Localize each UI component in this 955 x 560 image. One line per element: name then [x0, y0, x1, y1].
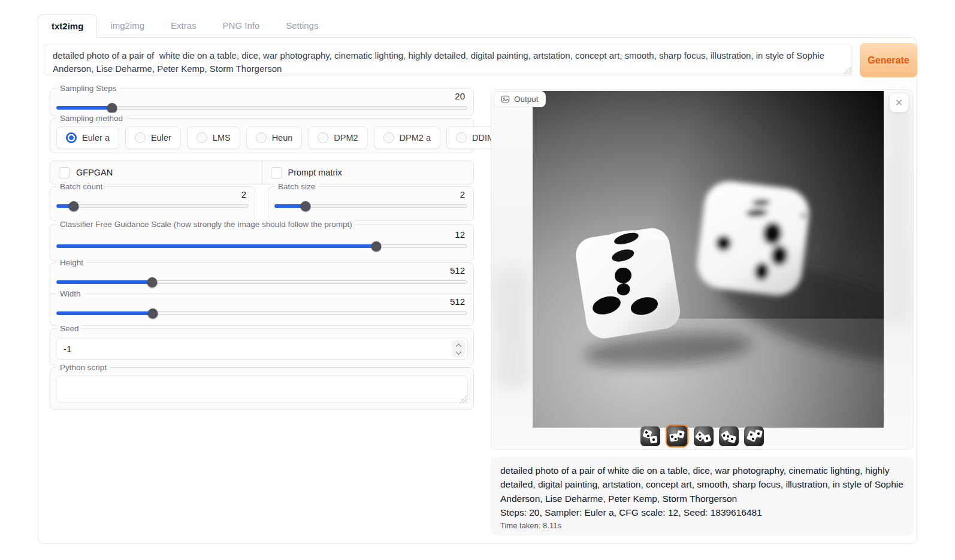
- output-label: Output: [514, 95, 539, 104]
- radio-label: Euler: [151, 133, 171, 143]
- die-graphic: [676, 430, 685, 439]
- gallery-thumbnail-4[interactable]: [719, 426, 739, 446]
- batch-size-slider[interactable]: [274, 201, 467, 211]
- slider-fill: [56, 106, 112, 110]
- slider-fill: [56, 311, 153, 315]
- die-graphic: [649, 435, 657, 443]
- close-icon: ✕: [895, 97, 903, 108]
- radio-icon: [256, 132, 267, 143]
- gallery-edge-blur: [883, 99, 912, 327]
- radio-euler-a[interactable]: Euler a: [56, 126, 119, 149]
- sampling-method-label: Sampling method: [56, 113, 126, 124]
- caption-time-taken: Time taken: 8.11s: [500, 521, 904, 530]
- checkbox-group: GFPGAN Prompt matrix: [50, 161, 474, 184]
- radio-selected-icon: [66, 132, 77, 143]
- caption-parameters: Steps: 20, Sampler: Euler a, CFG scale: …: [500, 505, 904, 519]
- slider-thumb[interactable]: [371, 241, 382, 252]
- gfpgan-checkbox[interactable]: [59, 167, 70, 178]
- sampling-steps-slider[interactable]: [56, 102, 467, 113]
- radio-icon: [197, 132, 207, 143]
- image-icon: [501, 95, 510, 104]
- tab-extras[interactable]: Extras: [158, 14, 210, 37]
- output-label-chip: Output: [494, 91, 546, 107]
- radio-icon: [456, 132, 467, 143]
- tab-png-info[interactable]: PNG Info: [210, 14, 273, 37]
- slider-thumb[interactable]: [69, 201, 79, 211]
- radio-lms[interactable]: LMS: [187, 126, 240, 149]
- seed-input[interactable]: [56, 344, 452, 354]
- radio-heun[interactable]: Heun: [246, 126, 303, 149]
- sampling-method-group: Sampling method Euler a Euler LMS Heun D…: [50, 118, 474, 153]
- tab-settings[interactable]: Settings: [273, 14, 331, 37]
- gfpgan-label: GFPGAN: [76, 168, 113, 177]
- die-graphic: [728, 434, 737, 443]
- cfg-scale-slider[interactable]: [56, 241, 467, 252]
- radio-icon: [383, 132, 394, 143]
- die-graphic: [754, 429, 763, 438]
- gallery-thumbnail-2-selected[interactable]: [666, 425, 688, 447]
- prompt-matrix-checkbox[interactable]: [271, 167, 282, 178]
- radio-icon: [135, 132, 146, 143]
- radio-label: DPM2: [334, 133, 358, 143]
- slider-fill: [56, 244, 376, 248]
- width-slider[interactable]: [56, 308, 467, 319]
- height-group: Height 512: [50, 262, 474, 294]
- gallery-thumbnail-5[interactable]: [744, 426, 764, 446]
- slider-thumb[interactable]: [147, 277, 157, 287]
- sampling-steps-group: Sampling Steps 20: [50, 88, 474, 116]
- height-slider[interactable]: [56, 277, 467, 287]
- radio-label: Heun: [272, 133, 293, 143]
- txt2img-panel: detailed photo of a pair of white die on…: [38, 37, 917, 544]
- tab-img2img[interactable]: img2img: [97, 14, 158, 37]
- batch-count-label: Batch count: [56, 181, 106, 192]
- gallery-thumbnails: [491, 424, 913, 448]
- seed-label: Seed: [56, 323, 83, 334]
- radio-icon: [318, 132, 328, 143]
- slider-fill: [56, 280, 152, 284]
- radio-label: LMS: [213, 133, 231, 143]
- generation-info: detailed photo of a pair of white die on…: [491, 457, 914, 535]
- radio-dpm2[interactable]: DPM2: [308, 126, 367, 149]
- slider-thumb[interactable]: [148, 308, 158, 319]
- radio-dpm2-a[interactable]: DPM2 a: [374, 126, 440, 149]
- height-value: 512: [50, 263, 473, 276]
- radio-label: Euler a: [82, 133, 110, 143]
- gallery-thumbnail-3[interactable]: [694, 426, 714, 446]
- batch-count-group: Batch count 2: [50, 186, 255, 221]
- slider-thumb[interactable]: [301, 201, 311, 211]
- batch-size-label: Batch size: [274, 181, 319, 192]
- slider-thumb[interactable]: [107, 103, 117, 113]
- radio-euler[interactable]: Euler: [125, 126, 181, 149]
- python-script-label: Python script: [56, 362, 110, 373]
- seed-input-wrap: [56, 338, 468, 360]
- gallery-thumbnail-1[interactable]: [640, 426, 660, 446]
- caption-prompt: detailed photo of a pair of white die on…: [500, 464, 904, 505]
- python-script-group: Python script: [50, 367, 474, 410]
- generated-image[interactable]: [533, 91, 884, 428]
- tab-txt2img[interactable]: txt2img: [38, 14, 97, 38]
- prompt-input[interactable]: detailed photo of a pair of white die on…: [44, 44, 852, 75]
- height-label: Height: [56, 257, 87, 268]
- number-stepper[interactable]: [452, 340, 465, 358]
- width-label: Width: [56, 288, 84, 299]
- close-button[interactable]: ✕: [890, 93, 908, 112]
- output-gallery: Output ✕: [491, 89, 914, 450]
- seed-group: Seed: [50, 328, 474, 365]
- generate-button[interactable]: Generate: [860, 43, 917, 77]
- chevron-down-icon[interactable]: [455, 349, 461, 355]
- prompt-matrix-label: Prompt matrix: [288, 168, 342, 177]
- radio-label: DPM2 a: [400, 133, 431, 143]
- python-script-input[interactable]: [56, 376, 468, 402]
- output-panel: Output ✕ detailed photo of a pair of whi…: [491, 89, 914, 535]
- cfg-scale-label: Classifier Free Guidance Scale (how stro…: [56, 219, 356, 230]
- sampling-steps-label: Sampling Steps: [56, 83, 120, 94]
- gallery-edge-blur: [495, 270, 530, 389]
- width-group: Width 512: [50, 293, 474, 326]
- width-value: 512: [50, 294, 473, 307]
- tab-bar: txt2img img2img Extras PNG Info Settings: [38, 14, 331, 37]
- batch-size-group: Batch size 2: [268, 186, 474, 221]
- batch-count-slider[interactable]: [56, 201, 249, 211]
- die-graphic: [702, 434, 711, 443]
- cfg-scale-group: Classifier Free Guidance Scale (how stro…: [50, 224, 474, 261]
